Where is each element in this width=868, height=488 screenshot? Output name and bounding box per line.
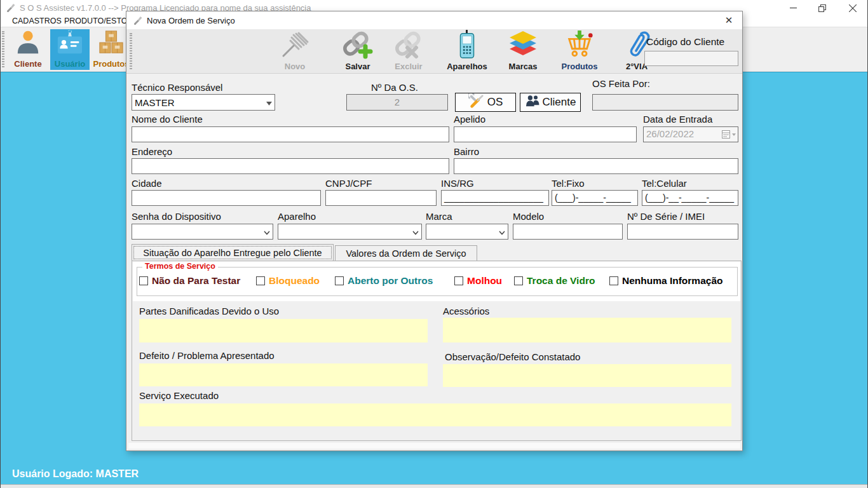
people-icon [525, 95, 540, 111]
checkbox-aberto-por-outros[interactable]: Aberto por Outros [335, 275, 433, 287]
numero-os-field: 2 [346, 94, 448, 111]
restore-button[interactable] [808, 0, 837, 16]
data-entrada-label: Data de Entrada [643, 114, 712, 125]
modelo-input[interactable] [513, 224, 623, 240]
bairro-input[interactable] [454, 158, 738, 174]
checkbox-troca-de-vidro[interactable]: Troca de Vidro [514, 275, 595, 287]
logged-user-status: Usuário Logado: MASTER [12, 468, 139, 480]
app-window: S O S Assistec v1.7.0.0 --> Programa Lic… [0, 0, 868, 488]
defeito-problema-textarea[interactable] [139, 363, 428, 386]
checkbox-label: Bloqueado [269, 275, 320, 287]
chevron-down-icon[interactable] [266, 97, 272, 108]
id-card-icon [55, 29, 85, 58]
checkbox-icon[interactable] [609, 276, 618, 285]
partes-danificadas-textarea[interactable] [139, 319, 428, 342]
checkbox-label: Molhou [467, 275, 502, 287]
senha-dispositivo-label: Senha do Dispositivo [132, 211, 221, 222]
toolbar-button-produtos-dialog[interactable]: Produtos [557, 32, 602, 71]
endereco-label: Endereço [132, 146, 172, 157]
tel-fixo-input[interactable]: (___)-_____-_____ [552, 190, 638, 206]
cidade-input[interactable] [132, 190, 321, 206]
dialog-title: Nova Ordem de Serviço [147, 16, 235, 25]
checkbox-label: Troca de Vidro [527, 275, 595, 287]
endereco-input[interactable] [132, 158, 449, 174]
tecnico-combobox[interactable]: MASTER [132, 94, 275, 111]
boxes-icon [97, 29, 125, 58]
nome-cliente-label: Nome do Cliente [132, 114, 203, 125]
cliente-button[interactable]: Cliente [520, 93, 581, 112]
codigo-cliente-label: Código do Cliente [646, 36, 724, 48]
chevron-down-icon[interactable] [499, 226, 505, 238]
dialog-bottom-strip [128, 443, 740, 449]
chevron-down-icon[interactable] [264, 226, 270, 238]
dialog-titlebar: Nova Ordem de Serviço ✕ [126, 11, 742, 29]
marca-combobox[interactable] [426, 224, 508, 240]
toolbar-button-label: Produtos [93, 59, 129, 69]
data-entrada-datepicker[interactable]: 26/02/2022 [643, 126, 738, 142]
checkbox-nao-da-para-testar[interactable]: Não da Para Testar [139, 275, 240, 287]
tecnico-label: Técnico Responsável [132, 82, 222, 93]
toolbar-button-usuario[interactable]: Usuário [50, 29, 90, 70]
checkbox-icon[interactable] [256, 276, 265, 285]
marca-label: Marca [426, 211, 452, 222]
checkbox-icon[interactable] [454, 276, 463, 285]
tab-situacao-aparelho[interactable]: Situação do Aparelho Entregue pelo Clien… [132, 244, 334, 261]
menu-produto-estoque[interactable]: PRODUTO/ESTOQ [64, 17, 133, 25]
num-serie-imei-input[interactable] [627, 224, 738, 240]
window-bottom-edge [1, 484, 868, 488]
cliente-button-label: Cliente [543, 96, 576, 109]
person-icon [15, 29, 41, 58]
os-feita-por-label: OS Feita Por: [592, 78, 650, 89]
dialog-toolbar-grip[interactable] [130, 33, 132, 69]
toolbar-button-label: Excluir [395, 62, 422, 71]
codigo-cliente-input[interactable] [644, 51, 738, 66]
cidade-label: Cidade [132, 178, 162, 189]
toolbar-button-salvar[interactable]: Salvar [335, 32, 381, 71]
checkbox-icon[interactable] [514, 276, 523, 285]
toolbar-button-cliente[interactable]: Cliente [8, 29, 48, 70]
checkbox-molhou[interactable]: Molhou [454, 275, 502, 287]
chevron-down-icon[interactable] [412, 226, 419, 238]
tab-valores-os[interactable]: Valores da Ordem de Serviço [335, 245, 477, 261]
toolbar-grip[interactable] [2, 31, 4, 67]
tel-celular-label: Tel:Celular [642, 178, 687, 189]
toolbar-button-marcas[interactable]: Marcas [503, 32, 543, 71]
menu-cadastros[interactable]: CADASTROS [12, 17, 62, 25]
checkbox-bloqueado[interactable]: Bloqueado [256, 275, 320, 287]
situacao-tab-panel: Termos de Serviço Não da Para Testar Blo… [132, 261, 742, 441]
os-button[interactable]: OS [455, 93, 516, 112]
observacao-defeito-textarea[interactable] [443, 364, 731, 387]
ins-rg-input[interactable]: ____________________ [441, 190, 549, 206]
acessorios-label: Acessórios [443, 306, 489, 316]
nome-cliente-input[interactable] [132, 126, 449, 142]
close-button[interactable] [837, 0, 868, 16]
toolbar-button-label: Aparelhos [447, 62, 487, 71]
tel-celular-input[interactable]: (___)-__-_____-_____ [642, 190, 738, 206]
cart-icon [564, 30, 595, 62]
senha-dispositivo-combobox[interactable] [132, 224, 273, 240]
data-entrada-value: 26/02/2022 [646, 128, 694, 139]
dialog-close-button[interactable]: ✕ [718, 11, 740, 29]
minimize-button[interactable] [778, 0, 808, 16]
checkbox-nenhuma-informacao[interactable]: Nenhuma Informação [609, 275, 722, 287]
toolbar-button-excluir[interactable]: Excluir [386, 32, 431, 71]
chain-add-icon [340, 30, 376, 62]
checkbox-icon[interactable] [335, 276, 344, 285]
os-button-label: OS [487, 96, 503, 109]
toolbar-button-novo[interactable]: Novo [273, 32, 317, 71]
toolbar-button-aparelhos[interactable]: Aparelhos [442, 32, 492, 71]
ins-rg-label: INS/RG [441, 178, 474, 189]
acessorios-textarea[interactable] [443, 318, 731, 342]
servico-executado-textarea[interactable] [139, 403, 731, 426]
apelido-input[interactable] [454, 126, 637, 142]
calendar-icon[interactable] [722, 130, 736, 140]
os-feita-por-input[interactable] [592, 94, 738, 111]
toolbar-button-label: Usuário [55, 59, 85, 69]
defeito-problema-label: Defeito / Problema Apresentado [139, 350, 275, 361]
aparelho-combobox[interactable] [278, 224, 422, 240]
apelido-label: Apelido [454, 114, 485, 125]
cnpj-cpf-input[interactable] [325, 190, 437, 206]
checkbox-icon[interactable] [139, 276, 148, 285]
servico-executado-label: Serviço Executado [139, 390, 219, 401]
toolbar-button-label: Cliente [14, 59, 41, 69]
